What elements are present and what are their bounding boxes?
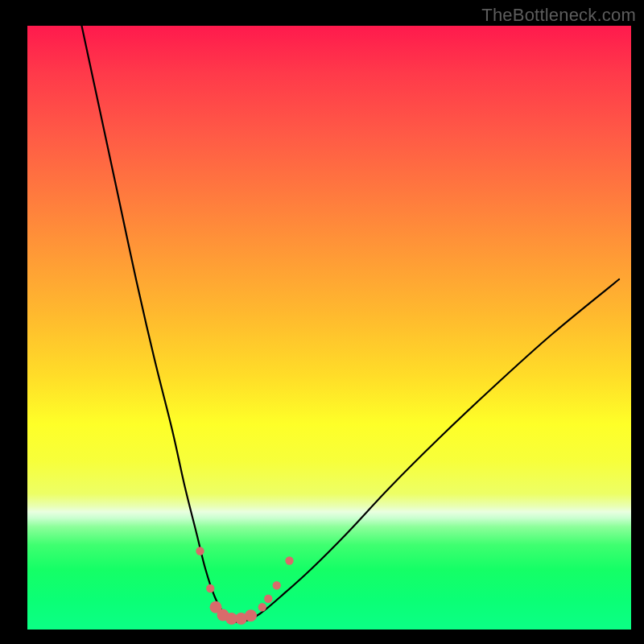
watermark-text: TheBottleneck.com: [481, 5, 636, 26]
bottleneck-curve: [82, 26, 620, 622]
highlight-dot: [273, 581, 281, 589]
highlight-dot: [264, 595, 272, 603]
highlight-dots: [196, 547, 293, 625]
outer-frame: TheBottleneck.com: [0, 0, 644, 644]
chart-svg: [27, 26, 631, 630]
highlight-dot: [245, 609, 257, 621]
highlight-dot: [206, 584, 214, 592]
highlight-dot: [196, 547, 204, 555]
highlight-dot: [258, 603, 266, 611]
highlight-dot: [285, 556, 293, 564]
plot-area: [27, 26, 631, 630]
